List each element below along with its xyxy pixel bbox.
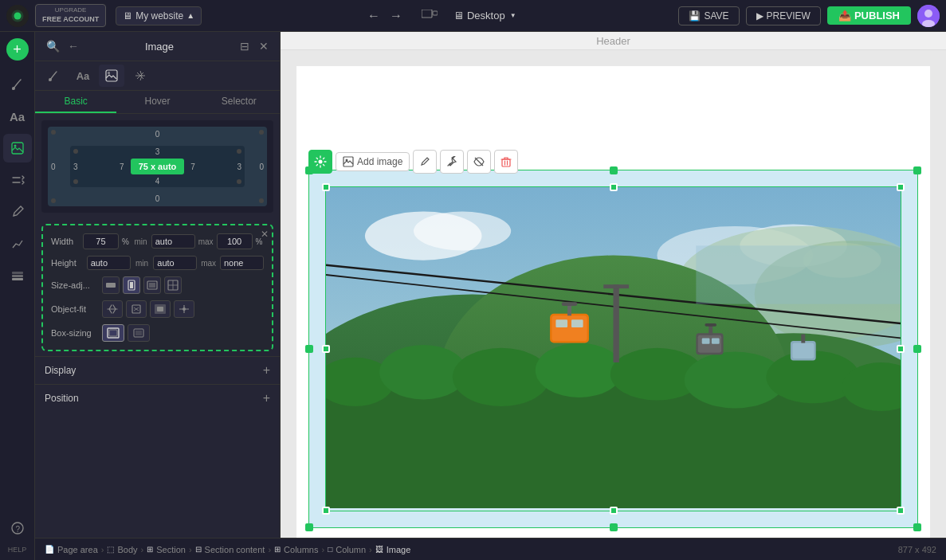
- sidebar-item-pencil[interactable]: [3, 198, 32, 226]
- outer-handle-bl[interactable]: [305, 523, 313, 531]
- breadcrumb-page-area[interactable]: Page area: [57, 545, 98, 554]
- upgrade-button[interactable]: UPGRADE FREE ACCOUNT: [35, 4, 106, 26]
- width-min-select[interactable]: auto: [151, 234, 195, 249]
- size-adj-btn-4[interactable]: [164, 276, 182, 294]
- breadcrumb-section[interactable]: Section: [156, 545, 186, 554]
- style-tabs-row: Aa: [35, 61, 280, 91]
- panel-back-button[interactable]: ←: [66, 38, 80, 54]
- size-adj-btn-1[interactable]: [102, 276, 120, 294]
- panel-search-button[interactable]: 🔍: [45, 38, 61, 54]
- sidebar-item-layers[interactable]: [3, 261, 32, 290]
- outer-handle-br[interactable]: [913, 523, 921, 531]
- position-section-plus[interactable]: +: [263, 391, 270, 405]
- add-image-button[interactable]: Add image: [336, 152, 410, 171]
- height-min-select[interactable]: auto: [153, 256, 197, 270]
- panel-tabs: Basic Hover Selector: [35, 91, 280, 114]
- tab-basic[interactable]: Basic: [35, 91, 116, 113]
- obj-fit-btn-contain[interactable]: [126, 300, 147, 318]
- redo-button[interactable]: →: [387, 6, 406, 26]
- box-sizing-btn-1[interactable]: [102, 324, 124, 342]
- logo: [6, 5, 29, 27]
- sidebar-item-help[interactable]: ?: [3, 514, 32, 542]
- margin-right-value[interactable]: 0: [259, 163, 264, 171]
- image-settings-button[interactable]: [308, 150, 332, 174]
- resize-handle-ml[interactable]: [322, 345, 330, 353]
- margin-bottom-value[interactable]: 0: [155, 194, 160, 203]
- width-input[interactable]: [83, 233, 119, 249]
- canvas-content[interactable]: Add image: [281, 50, 946, 560]
- device-selector[interactable]: 🖥 Desktop ▼: [453, 10, 516, 22]
- avatar[interactable]: [917, 5, 940, 27]
- display-section-plus[interactable]: +: [263, 363, 270, 378]
- image-delete-button[interactable]: [494, 150, 518, 174]
- style-tab-brush[interactable]: [41, 65, 67, 87]
- box-sizing-btn-2[interactable]: [128, 324, 150, 342]
- height-max-select[interactable]: none: [220, 256, 264, 270]
- style-tab-fx[interactable]: [128, 65, 153, 87]
- outer-handle-ml[interactable]: [305, 345, 313, 353]
- size-badge[interactable]: 75 x auto: [131, 159, 185, 174]
- outer-handle-mr[interactable]: [913, 345, 921, 353]
- obj-fit-btn-cover[interactable]: [150, 300, 171, 318]
- save-button[interactable]: 💾 SAVE: [678, 6, 739, 25]
- padding-left-value[interactable]: 3: [73, 163, 78, 171]
- add-element-button[interactable]: +: [6, 38, 29, 61]
- resize-handle-mr[interactable]: [897, 345, 905, 353]
- resize-handle-tm[interactable]: [610, 183, 618, 191]
- position-section-header[interactable]: Position +: [35, 385, 280, 412]
- padding-top-value[interactable]: 3: [155, 147, 160, 156]
- size-panel-close-button[interactable]: ✕: [261, 229, 269, 240]
- svg-rect-65: [562, 302, 578, 306]
- tab-selector[interactable]: Selector: [198, 91, 280, 113]
- image-hide-button[interactable]: [467, 150, 491, 174]
- sidebar-item-chart[interactable]: [3, 229, 32, 258]
- breadcrumb-body[interactable]: Body: [117, 545, 137, 554]
- image-pin-button[interactable]: [440, 150, 464, 174]
- style-tab-text[interactable]: Aa: [70, 65, 96, 87]
- resize-handle-bl[interactable]: [322, 507, 330, 515]
- padding-right-value[interactable]: 3: [237, 163, 241, 171]
- obj-fit-btn-arrows[interactable]: [102, 300, 123, 318]
- margin-left-value[interactable]: 0: [51, 163, 56, 171]
- style-tab-image[interactable]: [99, 65, 124, 87]
- image-inner-container[interactable]: [325, 186, 901, 511]
- margin-top-value[interactable]: 0: [155, 130, 160, 139]
- undo-button[interactable]: ←: [364, 6, 383, 26]
- display-section-header[interactable]: Display +: [35, 357, 280, 384]
- sidebar-item-image[interactable]: [3, 134, 32, 163]
- height-select[interactable]: auto: [87, 256, 131, 270]
- outer-handle-tr[interactable]: [913, 166, 921, 174]
- image-edit-button[interactable]: [413, 150, 437, 174]
- breadcrumb-column[interactable]: Column: [336, 545, 366, 554]
- svg-rect-8: [12, 143, 23, 154]
- image-selection-container[interactable]: [308, 170, 918, 528]
- outer-handle-bm[interactable]: [610, 523, 618, 531]
- tab-hover[interactable]: Hover: [116, 91, 198, 113]
- size-display-row: 7 75 x auto 7: [120, 159, 195, 174]
- obj-fit-btn-pos[interactable]: [174, 300, 194, 318]
- svg-rect-74: [801, 335, 805, 343]
- resize-handle-tr[interactable]: [897, 183, 905, 191]
- sidebar-item-text[interactable]: Aa: [3, 102, 32, 131]
- resize-handle-tl[interactable]: [322, 183, 330, 191]
- breadcrumb-image[interactable]: Image: [387, 545, 411, 554]
- width-max-input[interactable]: [217, 233, 253, 249]
- svg-rect-33: [343, 157, 353, 166]
- multiscreen-button[interactable]: [418, 6, 441, 25]
- size-adj-btn-2[interactable]: [123, 276, 140, 294]
- sidebar-item-brush[interactable]: [3, 70, 32, 99]
- panel-close-button[interactable]: ✕: [257, 38, 270, 54]
- topbar-center: ← → 🖥 Desktop ▼: [208, 6, 672, 26]
- padding-bottom-value[interactable]: 4: [155, 177, 160, 186]
- size-adj-btn-3[interactable]: [143, 276, 161, 294]
- preview-button[interactable]: ▶ PREVIEW: [746, 6, 821, 25]
- panel-minimize-button[interactable]: ⊟: [238, 38, 251, 54]
- breadcrumb-section-content[interactable]: Section content: [205, 545, 265, 554]
- resize-handle-bm[interactable]: [610, 507, 618, 515]
- sidebar-item-shuffle[interactable]: [3, 166, 32, 194]
- breadcrumb-columns[interactable]: Columns: [284, 545, 318, 554]
- publish-button[interactable]: 📤 PUBLISH: [827, 6, 911, 25]
- outer-handle-tm[interactable]: [610, 166, 618, 174]
- resize-handle-br[interactable]: [897, 507, 905, 515]
- website-selector[interactable]: 🖥 My website ▲: [116, 6, 202, 25]
